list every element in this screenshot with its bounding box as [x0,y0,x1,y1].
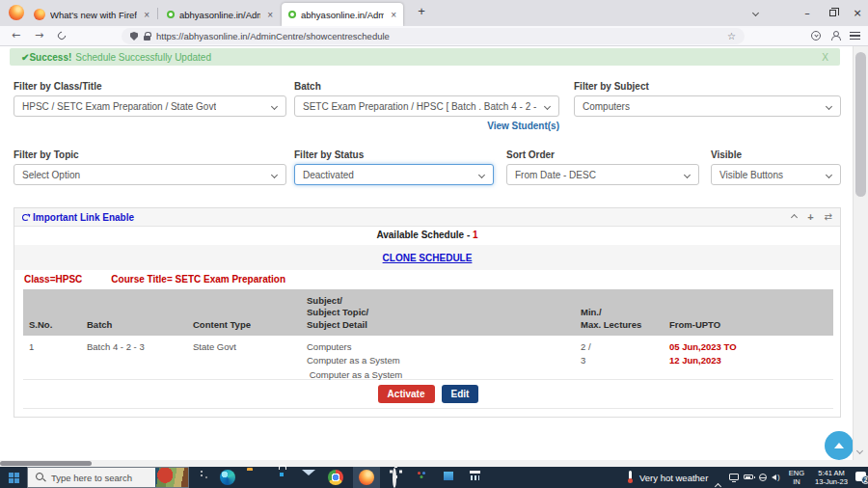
schedule-panel: Important Link Enable + ⇄ Available Sche… [14,207,841,418]
edge-icon[interactable] [220,470,235,485]
calendar-icon[interactable] [469,470,484,485]
search-placeholder: Type here to search [51,473,132,483]
bookmark-star-icon[interactable]: ☆ [727,31,736,41]
battery-icon[interactable] [744,474,753,479]
firefox-logo-icon[interactable] [9,5,24,20]
tab-admincentre-2-active[interactable]: abhyasonline.in/AdminCentre/s × [282,3,403,26]
filter-subject-select[interactable]: Computers [574,95,841,117]
scroll-to-top-button[interactable] [825,431,854,460]
available-schedule-line: Available Schedule - 1 [14,230,840,240]
panel-title[interactable]: Important Link Enable [33,212,134,223]
filter-status-group: Filter by Status Deactivated [294,149,494,185]
firefox-taskbar-button-active[interactable] [353,467,380,488]
url-bar[interactable]: https://abhyasonline.in/AdminCentre/show… [122,28,745,44]
clone-schedule-row: CLONE SCHEDULE [14,245,840,270]
close-tab-icon[interactable]: × [391,10,396,20]
sort-order-group: Sort Order From Date - DESC [506,149,699,185]
visible-select[interactable]: Visible Buttons [711,164,841,185]
class-text: Class=HPSC [24,274,82,285]
clone-schedule-link[interactable]: CLONE SCHEDULE [383,253,473,263]
vertical-scrollbar-thumb[interactable] [855,52,866,197]
tray-pc-icon[interactable] [729,474,739,480]
thermometer-icon[interactable] [627,471,633,483]
swap-icon[interactable]: ⇄ [825,212,832,222]
screen: What's new with Firefox — More × abhyaso… [0,0,868,488]
microsoft-store-icon[interactable] [274,470,289,485]
close-tab-icon[interactable]: × [267,10,273,20]
paint-icon[interactable] [415,470,430,485]
sort-order-label: Sort Order [506,149,699,160]
back-icon[interactable]: ← [12,29,20,41]
sort-order-select[interactable]: From Date - DESC [506,164,699,185]
tray-chevron-up-icon[interactable] [716,475,720,488]
tab-separator [157,8,158,19]
tab-admincentre-1[interactable]: abhyasonline.in/AdminCentre/s × [160,3,280,26]
visible-label: Visible [711,149,841,160]
activate-button[interactable]: Activate [378,385,435,403]
close-tab-icon[interactable]: × [144,10,149,20]
minimize-window-icon[interactable]: – [797,4,818,21]
restore-window-icon[interactable] [822,4,843,21]
url-text[interactable]: https://abhyasonline.in/AdminCentre/show… [156,31,721,41]
search-icon [36,473,45,482]
date-text: 13-Jun-23 [815,477,848,486]
filter-status-select[interactable]: Deactivated [294,164,494,185]
horizontal-scrollbar-thumb[interactable] [0,461,92,466]
new-tab-icon[interactable]: + [413,4,430,18]
view-students-link[interactable]: View Student(s) [439,121,559,131]
edit-button[interactable]: Edit [442,385,479,403]
taskbar-search[interactable]: Type here to search [27,467,189,488]
chevron-down-icon [684,172,691,178]
scrollbar-down-icon[interactable] [856,447,863,454]
photos-icon[interactable] [442,470,457,485]
settings-icon[interactable] [388,470,403,485]
pocket-save-icon[interactable] [811,31,821,41]
lock-icon[interactable] [144,36,150,41]
forward-icon[interactable]: → [35,29,43,41]
menu-hamburger-icon[interactable] [850,32,860,41]
chevron-down-icon [544,103,551,110]
filter-class-title-select[interactable]: HPSC / SETC Exam Preparation / State Gov… [14,95,286,117]
action-center-icon[interactable]: 2 [855,472,866,481]
col-content-type: Content Type [187,315,301,336]
mail-icon[interactable] [301,470,316,485]
volume-icon[interactable]: ) [772,474,780,481]
language-indicator[interactable]: ENGIN [787,469,806,486]
horizontal-scrollbar[interactable] [0,460,868,467]
list-tabs-chevron-icon[interactable] [745,4,766,21]
cell-from-upto: 05 Jun,2023 TO 12 Jun,2023 [664,336,833,373]
close-window-icon[interactable]: × [847,4,868,21]
shield-icon[interactable] [130,32,138,41]
file-explorer-icon[interactable] [247,470,262,485]
reload-icon[interactable] [56,30,67,41]
taskbar-dots-icon[interactable] [201,474,203,476]
chevron-down-icon [814,33,818,37]
tab-whats-new[interactable]: What's new with Firefox — More × [27,3,156,26]
restore-icon [829,10,836,16]
alert-close-icon[interactable]: X [822,52,828,63]
col-lectures: Min./ Max. Lectures [575,303,664,336]
weather-text[interactable]: Very hot weather [639,473,708,483]
chrome-icon[interactable] [328,470,343,485]
filter-subject-label: Filter by Subject [574,81,841,92]
lang-line2: IN [793,477,800,486]
vertical-scrollbar[interactable] [853,46,868,460]
network-icon[interactable] [759,474,767,481]
filter-class-title-label: Filter by Class/Title [14,81,286,92]
filter-batch-select[interactable]: SETC Exam Preparation / HPSC [ Batch . B… [294,95,559,117]
chevron-down-icon [751,9,758,15]
time-text: 5:41 AM [818,469,845,477]
alert-message: Schedule Successfully Updated [75,52,211,63]
cell-lectures: 2 / 3 [575,336,664,373]
collapse-icon[interactable] [791,213,798,220]
account-icon[interactable] [830,31,840,41]
site-favicon [288,11,296,18]
clock[interactable]: 5:41 AM13-Jun-23 [809,469,854,486]
browser-nav-bar: ← → https://abhyasonline.in/AdminCentre/… [0,26,868,46]
col-subject: Subject/ Subject Topic/ Subject Detail [301,291,575,336]
tab-title: What's new with Firefox — More [50,10,137,20]
expand-icon[interactable]: + [807,212,813,222]
filter-topic-select[interactable]: Select Option [14,164,286,185]
search-highlight-image[interactable] [155,468,188,487]
start-button[interactable] [0,467,27,488]
